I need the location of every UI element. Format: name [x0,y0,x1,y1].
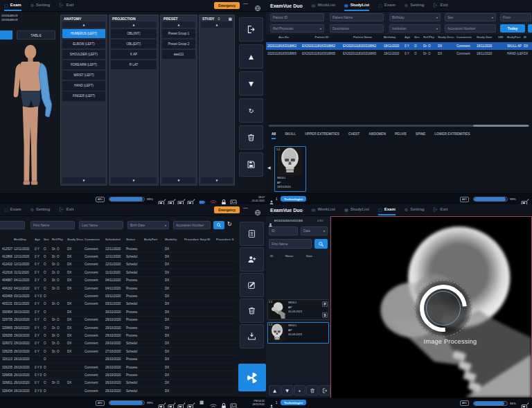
emergency-button[interactable]: Emergency [214,206,240,213]
column-header[interactable]: BodyPart [507,35,524,39]
thumb-down-button[interactable]: ▼ [281,385,293,396]
table-row[interactable]: 20201118163318865 EX20201118163318865 EX… [266,50,532,57]
anatomy-item[interactable]: SHOULDER (LEFT) [62,50,105,60]
table-row[interactable]: 411516 11/11/2020 0 Y O Dr. O DX Comment… [0,269,237,276]
column-header[interactable]: Birthday [384,35,405,39]
lock-icon[interactable] [220,196,228,203]
scroll-down-icon[interactable]: ▼ [162,177,195,184]
minimize-button[interactable]: — [243,1,248,6]
table-button[interactable]: TABLE [17,30,55,39]
column-header[interactable]: Study Desc [67,238,85,241]
thumb-up-button[interactable]: ▲ [269,385,281,396]
table-row[interactable]: 300954 30/10/2020 0 Y O DX 30/10/2020 Pr… [0,308,237,316]
tab-exit[interactable]: Exit [433,204,447,215]
table-row[interactable]: 326113 26/10/2020 O 26/10/2020 Process D… [0,355,237,363]
column-header[interactable]: BirthDay [14,238,35,241]
grid-icon[interactable]: ▦ [229,17,232,21]
tab-worklist[interactable]: ▤WorkList [312,204,335,215]
detector-icon[interactable] [168,196,176,203]
ref-physician-select[interactable]: Ref.Physician▾ [270,24,324,33]
date-range-button-partial[interactable] [528,24,532,33]
scroll-up-icon[interactable]: ▲ [201,21,233,28]
scroll-down-icon[interactable]: ▼ [201,177,233,184]
tab-exit[interactable]: Exit [59,204,73,215]
study-thumbnail[interactable]: 1 1 SKULL AP 18/11/2020 [274,146,306,192]
bodypart-tab[interactable]: SKULL [285,132,296,139]
delete-button[interactable] [240,299,264,323]
anatomy-item[interactable]: FINGER (LEFT) [62,91,105,101]
table-row[interactable]: 326434 26/10/2020 0 Y 0 O Comment 26/10/… [0,387,237,395]
refresh-icon[interactable]: ↻ [227,221,232,227]
table-row[interactable]: 403131 03/11/2020 0 Y O Dr. O DX Comment… [0,301,237,308]
detector-icon[interactable] [168,400,176,407]
column-header[interactable]: Study Date [477,35,498,39]
table-row[interactable]: 326836 26/10/2020 0 Y 0 O Comment 26/10/… [0,371,237,379]
body-diagram[interactable] [0,42,60,193]
start-exam-button[interactable] [238,364,266,391]
anatomy-item[interactable]: HUMERUS (LEFT) [62,29,105,39]
scroll-down-icon[interactable]: ▼ [111,177,157,184]
right-arm[interactable] [14,64,21,98]
lock-icon[interactable] [220,400,228,407]
birthday-select[interactable]: Birthday▾ [389,13,441,21]
birth-date-select[interactable]: Birth Date▾ [127,221,169,229]
detector-icon[interactable] [521,196,529,203]
preset-item[interactable]: aaa111 [162,50,195,60]
patient-name-field[interactable] [330,13,384,21]
column-header[interactable]: Scheduled [105,238,126,241]
table-row[interactable]: 412410 12/11/2020 0 Y O Dr. O DX Comment… [0,261,237,269]
move-down-button[interactable]: ▼ [239,71,263,96]
edit-patient-button[interactable] [240,273,264,297]
image-export-icon[interactable] [229,196,238,203]
table-row[interactable]: 329072 29/10/2020 0 Y O Dr. O DX Comment… [0,340,237,348]
search-button[interactable] [314,239,328,249]
column-header[interactable]: Ref.Phy [423,35,438,39]
grid-icon[interactable]: ▦ [200,400,204,405]
first-name-field[interactable] [269,239,312,249]
tab-studylist[interactable]: ▦StudyList [344,204,369,215]
minimize-button[interactable]: — [243,205,248,210]
send-view-button[interactable] [319,385,330,396]
detector-icon[interactable] [158,196,166,203]
bodypart-tab[interactable]: SPINE [416,132,425,139]
anatomy-item[interactable]: HAND (LEFT) [62,81,105,91]
print-badge[interactable]: P [322,301,328,307]
list-header-name[interactable]: Name [285,254,293,258]
detector-icon[interactable] [158,400,166,407]
table-row[interactable]: 326235 26/10/2020 0 Y O Dr. O DX Comment… [0,348,237,355]
id-field[interactable] [269,227,298,236]
column-header[interactable]: Modality [165,238,184,241]
send-badge[interactable]: S [322,312,328,318]
tab-studylist[interactable]: ▦StudyList [344,0,369,11]
table-row[interactable]: 20201118163318862 EX20201118163318862 EX… [266,42,532,50]
list-header-id[interactable]: ID [270,254,273,258]
last-name-field[interactable] [79,221,123,229]
scroll-up-icon[interactable]: ▲ [162,21,195,28]
table-row[interactable]: 412866 12/11/2020 0 Y O Dr. O DX Comment… [0,253,237,260]
emergency-button[interactable]: Emergency [214,2,240,9]
table-row[interactable]: 404162 04/11/2020 0 Y O Dr. O DX Comment… [0,285,237,292]
table-row[interactable]: 403468 03/11/2020 0 Y 0 O Comment 03/11/… [0,292,237,300]
from-date-field[interactable] [500,13,531,21]
tab-exam[interactable]: ▢Exam [378,0,396,11]
column-header[interactable]: Comments [456,35,477,39]
column-header[interactable]: Acc.No. [267,35,302,39]
tab-setting[interactable]: ⚙Setting [30,204,51,215]
bodypart-tab[interactable]: PELVIS [395,132,407,139]
scroll-up-icon[interactable]: ▲ [111,21,157,28]
network-icon[interactable] [254,206,261,213]
move-up-button[interactable]: ▲ [239,44,263,69]
detector-icon[interactable] [177,196,186,203]
horizontal-scrollbar[interactable] [269,125,529,127]
column-header[interactable]: Age [35,238,44,241]
anatomy-item[interactable]: WRIST (LEFT) [62,71,105,80]
role-badge[interactable]: Technologist [281,400,306,405]
patient-id-field[interactable] [270,13,324,21]
column-header[interactable]: Procedure Step ID [184,238,216,241]
delete-view-button[interactable] [306,385,318,396]
projection-item[interactable]: OBL(INT) [111,29,157,39]
table-row[interactable]: 404887 04/11/2020 0 Y O Dr. O DX Comment… [0,277,237,285]
anatomy-item[interactable]: FOREARM (LEFT) [62,60,105,70]
import-button[interactable] [240,324,264,348]
column-header[interactable]: BodyPart [144,238,165,241]
